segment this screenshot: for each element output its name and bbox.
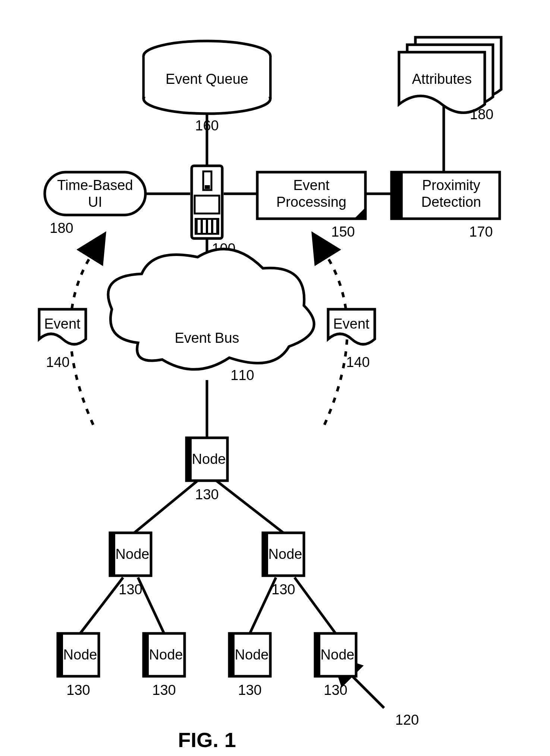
edge-root-r	[216, 481, 283, 533]
event-doc-left: Event	[39, 309, 86, 344]
event-bus-label: Event Bus	[175, 330, 239, 346]
tree-ref: 120	[395, 712, 419, 728]
event-queue-ref: 160	[195, 118, 219, 133]
svg-rect-8	[205, 185, 210, 189]
node-r: Node 130	[263, 533, 304, 597]
event-processing-label-2: Processing	[276, 194, 346, 210]
event-queue: Event Queue 160	[144, 41, 270, 133]
event-processing-ref: 150	[331, 224, 355, 240]
event-processing: Event Processing 150	[257, 172, 365, 240]
proximity-label-1: Proximity	[422, 177, 480, 193]
node-lr: Node 130	[144, 633, 185, 698]
svg-rect-32	[315, 633, 320, 676]
edge-tree-ref	[351, 674, 384, 708]
event-bus-cloud: Event Bus 110	[108, 249, 314, 383]
svg-rect-24	[263, 533, 268, 576]
svg-rect-20	[186, 438, 192, 481]
figure-label: FIG. 1	[178, 728, 236, 752]
event-queue-label: Event Queue	[166, 71, 248, 87]
svg-rect-22	[110, 533, 115, 576]
node-l-ref: 130	[119, 582, 142, 597]
time-based-ui: Time-Based UI 180	[45, 172, 145, 236]
node-lr-ref: 130	[152, 682, 176, 698]
svg-rect-9	[195, 196, 219, 213]
node-rl: Node 130	[229, 633, 270, 698]
attributes: Attributes 180	[399, 37, 501, 122]
svg-rect-26	[58, 633, 63, 676]
svg-rect-14	[213, 220, 216, 233]
svg-rect-18	[392, 172, 403, 219]
event-right-ref: 140	[346, 354, 370, 370]
event-processing-label-1: Event	[293, 177, 330, 193]
node-ll-label: Node	[63, 647, 97, 662]
node-l-label: Node	[116, 546, 150, 562]
server-icon: 100	[192, 166, 236, 256]
time-ui-label-1: Time-Based	[57, 177, 133, 193]
node-root-ref: 130	[195, 487, 219, 502]
proximity-ref: 170	[469, 224, 493, 240]
edge-r-rr	[295, 578, 336, 633]
svg-rect-30	[229, 633, 235, 676]
node-rr-label: Node	[321, 647, 355, 662]
edge-l-ll	[80, 578, 123, 633]
svg-rect-11	[198, 220, 201, 233]
event-left-ref: 140	[46, 354, 69, 370]
node-rr: Node 130	[315, 633, 356, 698]
node-root-label: Node	[192, 451, 226, 467]
time-ui-label-2: UI	[88, 194, 102, 210]
node-rl-ref: 130	[238, 682, 261, 698]
event-bus-ref: 110	[230, 367, 254, 383]
node-ll-ref: 130	[66, 682, 90, 698]
edge-root-l	[134, 481, 198, 533]
attributes-label: Attributes	[412, 71, 472, 87]
node-r-label: Node	[268, 546, 302, 562]
node-r-ref: 130	[271, 582, 295, 597]
event-left-label: Event	[44, 316, 81, 332]
svg-rect-28	[144, 633, 149, 676]
event-doc-right: Event	[328, 309, 375, 344]
proximity-label-2: Detection	[421, 194, 481, 210]
node-lr-label: Node	[149, 647, 183, 662]
time-ui-ref: 180	[50, 220, 73, 236]
node-root: Node 130	[186, 438, 227, 502]
svg-rect-12	[203, 220, 206, 233]
node-rr-ref: 130	[324, 682, 347, 698]
svg-rect-13	[208, 220, 211, 233]
node-ll: Node 130	[58, 633, 99, 698]
node-rl-label: Node	[235, 647, 269, 662]
proximity-detection: Proximity Detection 170	[392, 172, 500, 240]
diagram-canvas: Event Queue 160 Attributes 180 Time-Base…	[0, 0, 550, 756]
event-right-label: Event	[333, 316, 370, 332]
attributes-ref: 180	[470, 107, 493, 122]
